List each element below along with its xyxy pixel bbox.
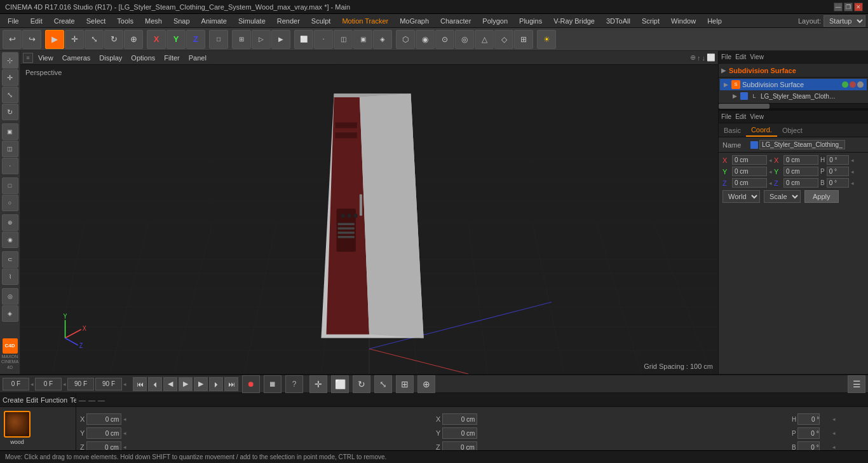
world-select[interactable]: World — [722, 190, 760, 203]
lt-select-btn[interactable]: ⊹ — [2, 52, 18, 69]
cx-h-input[interactable] — [797, 413, 820, 425]
menu-help[interactable]: Help — [702, 16, 727, 26]
vp-menu-display[interactable]: Display — [95, 53, 126, 63]
vp-menu-view[interactable]: View — [34, 53, 57, 63]
proj-torus-button[interactable]: ◎ — [455, 30, 474, 49]
render-active-button[interactable]: ▷ — [252, 30, 271, 49]
menu-script[interactable]: Script — [637, 16, 665, 26]
menu-render[interactable]: Render — [272, 16, 305, 26]
view-point-button[interactable]: ⬝ — [314, 30, 333, 49]
tc-move-key-btn[interactable]: ✛ — [309, 375, 327, 393]
menu-motion-tracker[interactable]: Motion Tracker — [337, 16, 393, 26]
move-tool-button[interactable]: ✛ — [65, 30, 84, 49]
tc-play-btn[interactable]: ▶ — [179, 377, 193, 391]
lt-icon1-btn[interactable]: ◎ — [2, 288, 18, 305]
frame-right-input[interactable]: 0 F — [836, 375, 868, 375]
mat-function[interactable]: Function — [41, 396, 67, 404]
menu-create[interactable]: Create — [49, 16, 80, 26]
menu-mesh[interactable]: Mesh — [140, 16, 167, 26]
menu-snap[interactable]: Snap — [168, 16, 195, 26]
menu-polygon[interactable]: Polygon — [477, 16, 513, 26]
select-tool-button[interactable]: ▶ — [45, 30, 64, 49]
tc-current-frame[interactable] — [35, 378, 62, 390]
objects-expand-icon[interactable]: ▶ — [721, 67, 726, 74]
tc-prev-key-btn[interactable]: ⏴ — [148, 377, 162, 391]
mat-edit[interactable]: Edit — [26, 396, 38, 404]
minimize-button[interactable]: — — [834, 3, 843, 11]
lt-move-btn[interactable]: ✛ — [2, 69, 18, 86]
lt-edge-btn[interactable]: ◫ — [2, 141, 18, 157]
light-button[interactable]: ☀ — [537, 30, 556, 49]
menu-sculpt[interactable]: Sculpt — [306, 16, 336, 26]
tc-last-frame-btn[interactable]: ⏭ — [224, 377, 238, 391]
scale-select[interactable]: Scale — [764, 190, 801, 203]
proj-sphere-button[interactable]: ◉ — [416, 30, 435, 49]
view-mode-button[interactable]: ◈ — [373, 30, 392, 49]
tree-item-lg[interactable]: ▶ L LG_Styler_Steam_Clothing_Care_... — [720, 90, 867, 102]
tc-sel-key-btn[interactable]: ⬜ — [331, 375, 349, 393]
lt-point-btn[interactable]: ⬝ — [2, 158, 18, 174]
tc-next-key-btn[interactable]: ⏵ — [209, 377, 223, 391]
menu-character[interactable]: Character — [435, 16, 476, 26]
p-input[interactable] — [827, 167, 849, 176]
objects-scrollbar-h[interactable] — [719, 103, 868, 108]
vp-icon3[interactable]: ↓ — [702, 54, 706, 62]
transform-tool-button[interactable]: ⊕ — [124, 30, 143, 49]
tc-rot-key-btn[interactable]: ↻ — [353, 375, 370, 393]
layout-select[interactable]: Startup — [824, 15, 865, 27]
vis-red[interactable] — [850, 81, 856, 88]
menu-vray-bridge[interactable]: V-Ray Bridge — [548, 16, 600, 26]
viewport-menu-icon[interactable]: ≡ — [23, 53, 33, 63]
tc-end-frame2[interactable] — [95, 378, 122, 390]
y-axis-button[interactable]: Y — [166, 30, 186, 49]
close-button[interactable]: ✕ — [854, 3, 863, 11]
menu-edit[interactable]: Edit — [25, 16, 48, 26]
rotate-tool-button[interactable]: ↻ — [104, 30, 123, 49]
y-rot-input[interactable] — [783, 167, 818, 176]
y-pos-input[interactable] — [732, 167, 767, 176]
z-axis-button[interactable]: Z — [186, 30, 205, 49]
menu-mograph[interactable]: MoGraph — [395, 16, 434, 26]
restore-button[interactable]: ❐ — [844, 3, 853, 11]
proj-cube-button[interactable]: ⬡ — [396, 30, 415, 49]
b-input[interactable] — [827, 178, 849, 188]
redo-button[interactable]: ↪ — [22, 30, 41, 49]
tc-first-frame-btn[interactable]: ⏮ — [133, 377, 147, 391]
attr-edit[interactable]: Edit — [735, 113, 746, 120]
attr-file[interactable]: File — [721, 113, 731, 120]
vis-gray[interactable] — [857, 81, 864, 88]
op-file[interactable]: File — [721, 53, 731, 60]
attr-name-input[interactable] — [759, 140, 845, 149]
menu-plugins[interactable]: Plugins — [514, 16, 547, 26]
lt-icon2-btn[interactable]: ◈ — [2, 305, 18, 322]
vp-icon2[interactable]: ↑ — [697, 54, 701, 62]
lt-lasso-btn[interactable]: ○ — [2, 195, 18, 211]
menu-3dtoall[interactable]: 3DToAll — [601, 16, 635, 26]
z-pos-input[interactable] — [732, 178, 767, 188]
attr-tab-object[interactable]: Object — [777, 125, 808, 136]
x-axis-button[interactable]: X — [147, 30, 166, 49]
render-all-button[interactable]: ▶ — [271, 30, 290, 49]
tc-auto-key-btn[interactable]: ⊕ — [417, 375, 435, 393]
menu-animate[interactable]: Animate — [196, 16, 232, 26]
cx-size-input[interactable] — [442, 413, 477, 425]
tc-record-btn[interactable]: ⏺ — [242, 375, 260, 393]
lt-rotate-btn[interactable]: ↻ — [2, 104, 18, 120]
cy-p-input[interactable] — [797, 427, 820, 439]
z-rot-input[interactable] — [783, 178, 818, 188]
proj-camera-button[interactable]: ⊞ — [514, 30, 533, 49]
tree-item-subdivision[interactable]: ▶ S Subdivision Surface — [720, 79, 867, 90]
mat-create[interactable]: Create — [3, 396, 24, 404]
attr-tab-coord[interactable]: Coord. — [746, 124, 777, 137]
tc-stop-btn[interactable]: ⏹ — [264, 375, 281, 393]
render-region-button[interactable]: ⊞ — [232, 30, 251, 49]
cube-button[interactable]: □ — [209, 30, 228, 49]
attr-tab-basic[interactable]: Basic — [719, 125, 746, 136]
view-single-button[interactable]: ⬜ — [294, 30, 313, 49]
tc-question-btn[interactable]: ? — [285, 375, 303, 393]
menu-tools[interactable]: Tools — [112, 16, 139, 26]
lt-bridge-btn[interactable]: ⌇ — [2, 268, 18, 285]
vp-icon4[interactable]: ⬜ — [707, 53, 715, 62]
cy-pos-input[interactable] — [86, 427, 121, 439]
tc-scale-key-btn[interactable]: ⤡ — [374, 375, 392, 393]
